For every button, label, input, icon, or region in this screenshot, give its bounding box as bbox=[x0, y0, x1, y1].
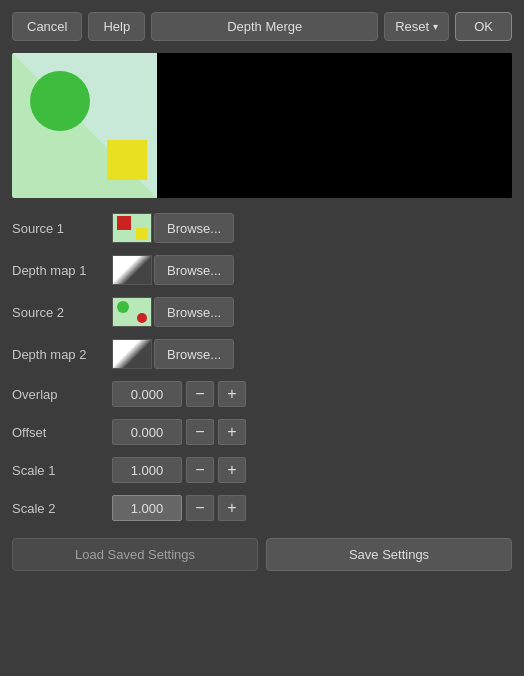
scale2-input[interactable] bbox=[112, 495, 182, 521]
overlap-increment-button[interactable]: + bbox=[218, 381, 246, 407]
save-settings-button[interactable]: Save Settings bbox=[266, 538, 512, 571]
ok-button[interactable]: OK bbox=[455, 12, 512, 41]
overlap-input[interactable] bbox=[112, 381, 182, 407]
scale1-input[interactable] bbox=[112, 457, 182, 483]
source1-row: Source 1 Browse... bbox=[12, 210, 512, 246]
source1-yellow-swatch bbox=[136, 228, 148, 240]
yellow-square bbox=[107, 140, 147, 180]
overlap-decrement-button[interactable]: − bbox=[186, 381, 214, 407]
green-circle bbox=[30, 71, 90, 131]
preview-black-area bbox=[157, 53, 512, 198]
source2-row: Source 2 Browse... bbox=[12, 294, 512, 330]
app-container: Cancel Help Depth Merge Reset ▾ OK Sourc… bbox=[0, 0, 524, 676]
scale2-label: Scale 2 bbox=[12, 501, 112, 516]
offset-decrement-button[interactable]: − bbox=[186, 419, 214, 445]
bottom-bar: Load Saved Settings Save Settings bbox=[12, 538, 512, 571]
load-saved-settings-button[interactable]: Load Saved Settings bbox=[12, 538, 258, 571]
depthmap2-browse-button[interactable]: Browse... bbox=[154, 339, 234, 369]
toolbar: Cancel Help Depth Merge Reset ▾ OK bbox=[12, 12, 512, 41]
source1-thumbnail bbox=[112, 213, 152, 243]
scale1-row: Scale 1 − + bbox=[12, 454, 512, 486]
source2-red-swatch bbox=[137, 313, 147, 323]
scale1-increment-button[interactable]: + bbox=[218, 457, 246, 483]
overlap-row: Overlap − + bbox=[12, 378, 512, 410]
source2-green-swatch bbox=[117, 301, 129, 313]
scale1-label: Scale 1 bbox=[12, 463, 112, 478]
offset-input[interactable] bbox=[112, 419, 182, 445]
offset-row: Offset − + bbox=[12, 416, 512, 448]
depthmap1-row: Depth map 1 Browse... bbox=[12, 252, 512, 288]
depthmap2-thumbnail bbox=[112, 339, 152, 369]
reset-label: Reset bbox=[395, 19, 429, 34]
cancel-button[interactable]: Cancel bbox=[12, 12, 82, 41]
source2-thumbnail bbox=[112, 297, 152, 327]
preview-image bbox=[12, 53, 157, 198]
offset-label: Offset bbox=[12, 425, 112, 440]
scale1-decrement-button[interactable]: − bbox=[186, 457, 214, 483]
controls: Source 1 Browse... Depth map 1 Browse...… bbox=[12, 210, 512, 524]
reset-button[interactable]: Reset ▾ bbox=[384, 12, 449, 41]
depthmap2-label: Depth map 2 bbox=[12, 347, 112, 362]
scale2-increment-button[interactable]: + bbox=[218, 495, 246, 521]
scale2-decrement-button[interactable]: − bbox=[186, 495, 214, 521]
title-label: Depth Merge bbox=[151, 12, 378, 41]
preview-area bbox=[12, 53, 512, 198]
source1-red-swatch bbox=[117, 216, 131, 230]
depthmap2-row: Depth map 2 Browse... bbox=[12, 336, 512, 372]
source2-label: Source 2 bbox=[12, 305, 112, 320]
overlap-label: Overlap bbox=[12, 387, 112, 402]
chevron-down-icon: ▾ bbox=[433, 21, 438, 32]
offset-increment-button[interactable]: + bbox=[218, 419, 246, 445]
source1-browse-button[interactable]: Browse... bbox=[154, 213, 234, 243]
depthmap1-thumbnail bbox=[112, 255, 152, 285]
source2-browse-button[interactable]: Browse... bbox=[154, 297, 234, 327]
help-button[interactable]: Help bbox=[88, 12, 145, 41]
depthmap1-label: Depth map 1 bbox=[12, 263, 112, 278]
scale2-row: Scale 2 − + bbox=[12, 492, 512, 524]
depthmap1-browse-button[interactable]: Browse... bbox=[154, 255, 234, 285]
source1-label: Source 1 bbox=[12, 221, 112, 236]
